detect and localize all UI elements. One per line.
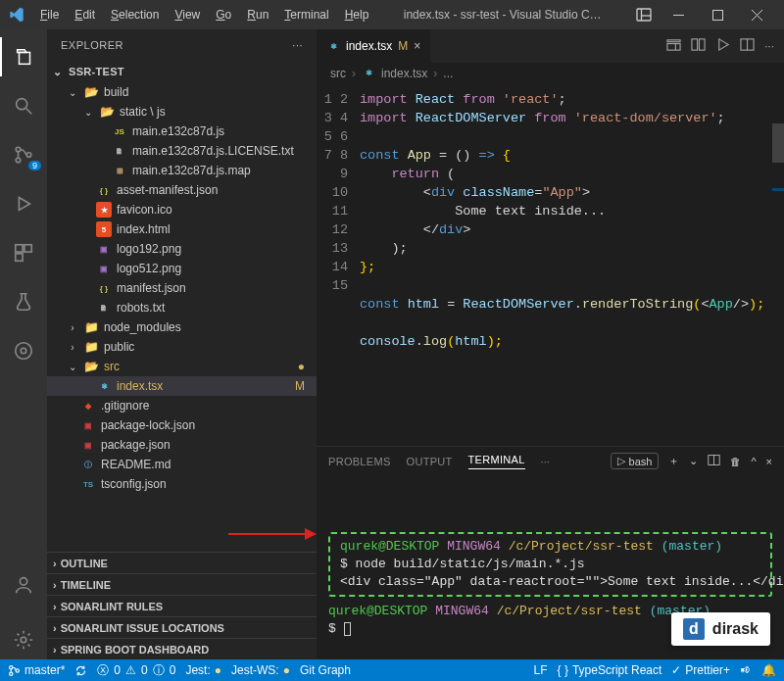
svg-point-12 bbox=[26, 153, 31, 158]
activity-scm[interactable]: 9 bbox=[0, 135, 47, 174]
section-sonarlint-issues[interactable]: ›SONARLINT ISSUE LOCATIONS bbox=[47, 616, 317, 638]
folder-src[interactable]: ⌄📂src● bbox=[47, 357, 317, 376]
terminal-dropdown-icon[interactable]: ⌄ bbox=[689, 455, 698, 467]
folder-build[interactable]: ⌄📂build bbox=[47, 82, 317, 102]
tab-close-icon[interactable]: × bbox=[414, 39, 420, 53]
close-icon[interactable] bbox=[737, 0, 776, 29]
status-lf[interactable]: LF bbox=[534, 663, 548, 677]
file-favicon[interactable]: ★favicon.ico bbox=[47, 200, 317, 219]
maximize-panel-icon[interactable]: ^ bbox=[751, 456, 756, 467]
panel-tab-problems[interactable]: PROBLEMS bbox=[328, 456, 391, 467]
more-icon[interactable]: ··· bbox=[292, 39, 303, 51]
activity-extensions[interactable] bbox=[0, 233, 47, 272]
breadcrumb[interactable]: src › ⚛ index.tsx › ... bbox=[317, 63, 784, 84]
svg-point-18 bbox=[16, 343, 32, 360]
preview-icon[interactable] bbox=[666, 37, 681, 55]
code-content[interactable]: import React from 'react'; import ReactD… bbox=[360, 90, 784, 446]
new-terminal-icon[interactable]: ＋ bbox=[668, 454, 679, 468]
svg-point-8 bbox=[17, 99, 27, 110]
status-jest[interactable]: Jest:● bbox=[185, 663, 221, 677]
maximize-icon[interactable] bbox=[698, 0, 737, 29]
status-language[interactable]: { } TypeScript React bbox=[558, 663, 662, 677]
menu-file[interactable]: File bbox=[33, 6, 66, 24]
status-bar: master* ⓧ0 ⚠0 ⓘ0 Jest:● Jest-WS:● Git Gr… bbox=[0, 659, 784, 681]
status-feedback-icon[interactable]: 🕫 bbox=[740, 663, 752, 677]
section-outline[interactable]: ›OUTLINE bbox=[47, 552, 317, 573]
status-prettier[interactable]: ✓Prettier+ bbox=[671, 663, 730, 677]
status-jest-ws[interactable]: Jest-WS:● bbox=[231, 663, 290, 677]
file-main-map[interactable]: ⊞main.e132c87d.js.map bbox=[47, 161, 317, 180]
status-branch[interactable]: master* bbox=[8, 663, 65, 677]
status-bell-icon[interactable]: 🔔 bbox=[761, 663, 776, 677]
menu-edit[interactable]: Edit bbox=[68, 6, 102, 24]
folder-static-js[interactable]: ⌄📂static \ js bbox=[47, 102, 317, 122]
kill-terminal-icon[interactable]: 🗑 bbox=[730, 456, 741, 467]
file-manifest[interactable]: { }manifest.json bbox=[47, 278, 317, 298]
close-panel-icon[interactable]: × bbox=[766, 456, 772, 467]
file-robots[interactable]: 🗎robots.txt bbox=[47, 298, 317, 317]
file-readme[interactable]: ⓘREADME.md bbox=[47, 455, 317, 474]
file-tsconfig[interactable]: TStsconfig.json bbox=[47, 474, 317, 494]
menu-view[interactable]: View bbox=[168, 6, 207, 24]
layout-icon[interactable] bbox=[629, 7, 659, 23]
more-icon[interactable]: ··· bbox=[541, 456, 550, 467]
menu-go[interactable]: Go bbox=[209, 6, 238, 24]
activity-bar: 9 bbox=[0, 29, 47, 659]
file-asset-manifest[interactable]: { }asset-manifest.json bbox=[47, 180, 317, 200]
file-gitignore[interactable]: ◆.gitignore bbox=[47, 396, 317, 415]
file-logo512[interactable]: ▣logo512.png bbox=[47, 259, 317, 278]
activity-settings[interactable] bbox=[0, 620, 47, 659]
activity-account[interactable] bbox=[0, 565, 47, 605]
editor-actions: ··· bbox=[657, 29, 784, 63]
section-timeline[interactable]: ›TIMELINE bbox=[47, 573, 317, 595]
code-editor[interactable]: 1 2 3 4 5 6 7 8 9 10 11 12 13 14 15 impo… bbox=[317, 84, 784, 446]
menu-help[interactable]: Help bbox=[338, 6, 376, 24]
more-icon[interactable]: ··· bbox=[764, 39, 774, 53]
window-controls bbox=[659, 0, 776, 29]
activity-remote[interactable] bbox=[0, 331, 47, 370]
file-package-lock[interactable]: ▣package-lock.json bbox=[47, 415, 317, 435]
project-root[interactable]: ⌄ SSR-TEST bbox=[47, 61, 317, 82]
status-git-graph[interactable]: Git Graph bbox=[300, 663, 351, 677]
section-spring-boot[interactable]: ›SPRING BOOT DASHBOARD bbox=[47, 638, 317, 659]
activity-debug[interactable] bbox=[0, 184, 47, 223]
svg-rect-22 bbox=[667, 44, 680, 51]
file-package-json[interactable]: ▣package.json bbox=[47, 435, 317, 455]
react-icon: ⚛ bbox=[326, 39, 340, 53]
svg-point-34 bbox=[10, 672, 13, 675]
status-problems[interactable]: ⓧ0 ⚠0 ⓘ0 bbox=[97, 662, 175, 679]
split-icon[interactable] bbox=[740, 37, 755, 55]
svg-line-9 bbox=[26, 109, 32, 115]
terminal-shell-indicator[interactable]: ▷bash bbox=[611, 453, 660, 469]
file-index-html[interactable]: 5index.html bbox=[47, 219, 317, 239]
file-main-js[interactable]: JSmain.e132c87d.js bbox=[47, 122, 317, 141]
menu-run[interactable]: Run bbox=[240, 6, 275, 24]
line-gutter: 1 2 3 4 5 6 7 8 9 10 11 12 13 14 15 bbox=[317, 90, 360, 446]
panel-tab-terminal[interactable]: TERMINAL bbox=[468, 454, 525, 469]
titlebar: File Edit Selection View Go Run Terminal… bbox=[0, 0, 784, 29]
highlight-arrow-icon bbox=[228, 524, 317, 544]
compare-icon[interactable] bbox=[691, 37, 706, 55]
file-index-tsx[interactable]: ⚛index.tsxM bbox=[47, 376, 317, 396]
file-logo192[interactable]: ▣logo192.png bbox=[47, 239, 317, 259]
activity-explorer[interactable] bbox=[0, 37, 47, 76]
section-sonarlint-rules[interactable]: ›SONARLINT RULES bbox=[47, 595, 317, 616]
tab-index-tsx[interactable]: ⚛ index.tsx M × bbox=[317, 29, 431, 63]
editor-scrollbar[interactable] bbox=[772, 84, 784, 446]
status-sync[interactable] bbox=[74, 664, 87, 677]
folder-node-modules[interactable]: ›📁node_modules bbox=[47, 317, 317, 337]
split-terminal-icon[interactable] bbox=[708, 454, 720, 468]
menu-selection[interactable]: Selection bbox=[104, 6, 166, 24]
folder-public[interactable]: ›📁public bbox=[47, 337, 317, 357]
file-main-license[interactable]: 🗎main.e132c87d.js.LICENSE.txt bbox=[47, 141, 317, 161]
scrollbar-thumb[interactable] bbox=[772, 123, 784, 163]
svg-point-20 bbox=[21, 637, 26, 643]
panel-tab-output[interactable]: OUTPUT bbox=[407, 456, 453, 467]
activity-search[interactable] bbox=[0, 86, 47, 125]
menu-terminal[interactable]: Terminal bbox=[277, 6, 335, 24]
svg-rect-14 bbox=[16, 245, 23, 252]
svg-rect-4 bbox=[712, 10, 722, 20]
activity-testing[interactable] bbox=[0, 282, 47, 321]
run-icon[interactable] bbox=[715, 37, 730, 55]
minimize-icon[interactable] bbox=[659, 0, 698, 29]
